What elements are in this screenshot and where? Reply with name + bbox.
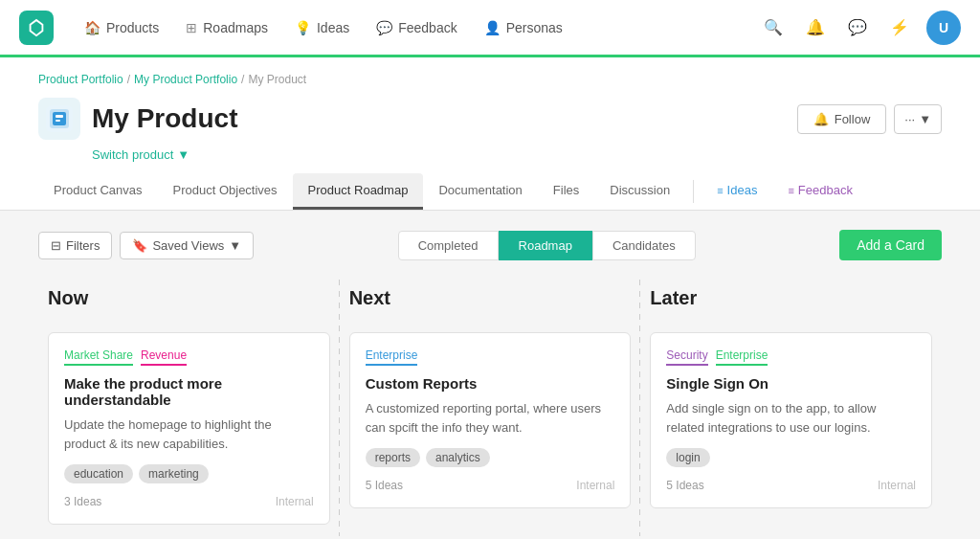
more-actions-button[interactable]: ··· ▼ bbox=[894, 104, 942, 134]
nav-ideas[interactable]: 💡 Ideas bbox=[283, 12, 361, 43]
label-login[interactable]: login bbox=[666, 448, 709, 467]
svg-rect-2 bbox=[53, 112, 66, 125]
tab-product-objectives[interactable]: Product Objectives bbox=[158, 173, 293, 210]
column-later: Later Security Enterprise Single Sign On… bbox=[640, 280, 942, 536]
tab-files[interactable]: Files bbox=[538, 173, 594, 210]
breadcrumb-portfolio[interactable]: Product Portfolio bbox=[38, 73, 123, 86]
view-tabs: Completed Roadmap Candidates bbox=[398, 231, 696, 260]
logo[interactable] bbox=[19, 11, 54, 45]
breadcrumb-sep-2: / bbox=[241, 73, 244, 86]
view-completed-button[interactable]: Completed bbox=[398, 231, 499, 260]
card-labels: reports analytics bbox=[366, 448, 615, 467]
filter-icon: ≡ bbox=[717, 185, 723, 196]
chevron-down-icon: ▼ bbox=[229, 238, 241, 253]
card-labels: login bbox=[666, 448, 916, 467]
column-now-header: Now bbox=[48, 280, 330, 317]
notifications-button[interactable]: 🔔 bbox=[800, 12, 831, 43]
chevron-down-icon: ▼ bbox=[177, 147, 189, 162]
card-make-product: Market Share Revenue Make the product mo… bbox=[48, 332, 330, 525]
svg-rect-3 bbox=[56, 115, 63, 118]
product-icon bbox=[38, 98, 80, 140]
product-name: My Product bbox=[92, 103, 237, 134]
card-desc: A customized reporting portal, where use… bbox=[366, 399, 615, 437]
feedback-icon: 💬 bbox=[376, 20, 392, 35]
bookmark-icon: 🔖 bbox=[132, 238, 147, 253]
column-now: Now Market Share Revenue Make the produc… bbox=[38, 280, 340, 536]
roadmaps-icon: ⊞ bbox=[186, 20, 197, 35]
breadcrumb-my-portfolio[interactable]: My Product Portfolio bbox=[134, 73, 237, 86]
label-reports[interactable]: reports bbox=[366, 448, 420, 467]
tag-enterprise[interactable]: Enterprise bbox=[366, 348, 418, 366]
card-visibility: Internal bbox=[576, 479, 614, 492]
card-footer: 5 Ideas Internal bbox=[666, 479, 916, 492]
messages-button[interactable]: 💬 bbox=[842, 12, 873, 43]
card-title: Custom Reports bbox=[366, 375, 615, 392]
tag-security[interactable]: Security bbox=[666, 348, 707, 366]
breadcrumb-current: My Product bbox=[248, 73, 306, 86]
card-desc: Add single sign on to the app, to allow … bbox=[666, 399, 916, 437]
tab-ideas[interactable]: ≡ Ideas bbox=[702, 173, 772, 210]
column-later-header: Later bbox=[650, 280, 932, 317]
content-area: ⊟ Filters 🔖 Completed Saved Views ▼ Comp… bbox=[0, 211, 980, 539]
nav-personas[interactable]: 👤 Personas bbox=[473, 12, 574, 43]
svg-rect-4 bbox=[56, 120, 60, 122]
follow-button[interactable]: 🔔 Follow bbox=[797, 104, 887, 134]
nav-roadmaps[interactable]: ⊞ Roadmaps bbox=[174, 12, 279, 43]
ideas-icon: 💡 bbox=[295, 20, 311, 35]
label-analytics[interactable]: analytics bbox=[426, 448, 490, 467]
saved-views-button[interactable]: 🔖 Completed Saved Views ▼ bbox=[120, 232, 254, 259]
bell-icon: 🔔 bbox=[813, 112, 829, 126]
card-footer: 5 Ideas Internal bbox=[366, 479, 615, 492]
card-desc: Update the homepage to highlight the pro… bbox=[64, 415, 314, 453]
tag-enterprise[interactable]: Enterprise bbox=[716, 348, 768, 366]
tag-market-share[interactable]: Market Share bbox=[64, 348, 133, 366]
roadmap-grid: Now Market Share Revenue Make the produc… bbox=[38, 280, 942, 536]
tab-documentation[interactable]: Documentation bbox=[423, 173, 537, 210]
product-title-right: 🔔 Follow ··· ▼ bbox=[797, 104, 942, 134]
card-title: Make the product more understandable bbox=[64, 375, 314, 408]
topnav-right: 🔍 🔔 💬 ⚡ U bbox=[758, 11, 961, 45]
toolbar-left: ⊟ Filters 🔖 Completed Saved Views ▼ bbox=[38, 232, 254, 259]
chevron-down-icon: ▼ bbox=[919, 112, 931, 126]
activity-button[interactable]: ⚡ bbox=[884, 12, 915, 43]
products-icon: 🏠 bbox=[84, 20, 100, 35]
tab-product-roadmap[interactable]: Product Roadmap bbox=[293, 173, 424, 210]
personas-icon: 👤 bbox=[484, 20, 501, 35]
view-roadmap-button[interactable]: Roadmap bbox=[499, 231, 592, 260]
page-header: Product Portfolio / My Product Portfolio… bbox=[0, 57, 980, 211]
subnav: Product Canvas Product Objectives Produc… bbox=[38, 173, 942, 210]
card-ideas-count: 5 Ideas bbox=[666, 479, 703, 492]
nav-products[interactable]: 🏠 Products bbox=[73, 12, 170, 43]
card-tags: Market Share Revenue bbox=[64, 348, 314, 366]
nav-links: 🏠 Products ⊞ Roadmaps 💡 Ideas 💬 Feedback… bbox=[73, 12, 758, 43]
card-ideas-count: 3 Ideas bbox=[64, 495, 101, 508]
card-footer: 3 Ideas Internal bbox=[64, 495, 314, 508]
card-tags: Enterprise bbox=[366, 348, 615, 366]
user-avatar[interactable]: U bbox=[926, 11, 961, 45]
card-ideas-count: 5 Ideas bbox=[366, 479, 403, 492]
subnav-divider bbox=[693, 180, 694, 203]
nav-feedback[interactable]: 💬 Feedback bbox=[365, 12, 468, 43]
tag-revenue[interactable]: Revenue bbox=[141, 348, 187, 366]
tab-feedback[interactable]: ≡ Feedback bbox=[772, 173, 868, 210]
card-custom-reports: Enterprise Custom Reports A customized r… bbox=[349, 332, 632, 508]
label-marketing[interactable]: marketing bbox=[139, 464, 209, 483]
column-next-header: Next bbox=[349, 280, 632, 317]
search-button[interactable]: 🔍 bbox=[758, 12, 789, 43]
breadcrumb-sep-1: / bbox=[127, 73, 130, 86]
filter-icon: ≡ bbox=[788, 185, 793, 196]
switch-product-link[interactable]: Switch product ▼ bbox=[92, 147, 942, 162]
card-title: Single Sign On bbox=[666, 375, 916, 392]
label-education[interactable]: education bbox=[64, 464, 133, 483]
filters-button[interactable]: ⊟ Filters bbox=[38, 232, 112, 259]
product-title-left: My Product bbox=[38, 98, 237, 140]
tab-discussion[interactable]: Discussion bbox=[594, 173, 685, 210]
card-visibility: Internal bbox=[878, 479, 916, 492]
card-tags: Security Enterprise bbox=[666, 348, 916, 366]
tab-product-canvas[interactable]: Product Canvas bbox=[38, 173, 158, 210]
add-card-button[interactable]: Add a Card bbox=[839, 230, 942, 260]
card-labels: education marketing bbox=[64, 464, 314, 483]
toolbar: ⊟ Filters 🔖 Completed Saved Views ▼ Comp… bbox=[38, 230, 942, 260]
column-next: Next Enterprise Custom Reports A customi… bbox=[340, 280, 641, 536]
view-candidates-button[interactable]: Candidates bbox=[592, 231, 696, 260]
